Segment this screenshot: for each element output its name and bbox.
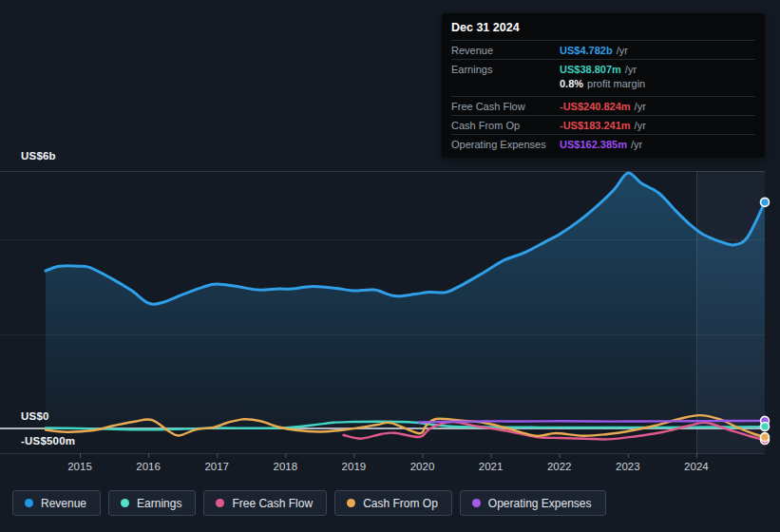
- x-axis-label-2016: 2016: [136, 461, 161, 472]
- x-axis-label-2022: 2022: [547, 461, 572, 472]
- profit-margin-label: profit margin: [587, 78, 645, 93]
- legend-item-operating-expenses[interactable]: Operating Expenses: [460, 490, 606, 516]
- legend-label-operating-expenses: Operating Expenses: [488, 497, 592, 510]
- x-axis-label-2018: 2018: [274, 461, 298, 472]
- tooltip-label-operating-expenses: Operating Expenses: [451, 139, 560, 150]
- earnings-endpoint-marker: [761, 423, 770, 431]
- tooltip-suffix-free-cash-flow: /yr: [635, 101, 646, 112]
- tooltip-value-cash-from-op: -US$183.241m: [560, 120, 631, 131]
- x-axis-label-2024: 2024: [684, 461, 709, 472]
- profit-margin-value: 0.8%: [560, 78, 583, 93]
- x-axis-label-2015: 2015: [67, 461, 92, 472]
- x-axis-label-2023: 2023: [616, 461, 640, 472]
- financials-chart-panel: US$6bUS$0-US$500m 2015201620172018201920…: [0, 0, 780, 532]
- y-axis-label-us0: US$0: [21, 410, 49, 422]
- tooltip-date: Dec 31 2024: [451, 14, 755, 41]
- tooltip-value-revenue: US$4.782b: [560, 45, 613, 56]
- legend-item-earnings[interactable]: Earnings: [108, 490, 196, 516]
- y-axis-label--us500m: -US$500m: [21, 435, 75, 446]
- legend-label-revenue: Revenue: [41, 497, 86, 510]
- revenue-endpoint-marker: [761, 198, 770, 206]
- tooltip-row-earnings: EarningsUS$38.807m/yr: [451, 59, 755, 78]
- legend-label-earnings: Earnings: [137, 497, 181, 510]
- tooltip-row-cash-from-op: Cash From Op-US$183.241m/yr: [451, 115, 755, 134]
- tooltip-label-free-cash-flow: Free Cash Flow: [451, 101, 560, 112]
- tooltip-suffix-revenue: /yr: [617, 45, 628, 56]
- tooltip-suffix-operating-expenses: /yr: [631, 139, 642, 150]
- tooltip-row-free-cash-flow: Free Cash Flow-US$240.824m/yr: [451, 96, 755, 115]
- y-axis-label-us6b: US$6b: [21, 150, 56, 162]
- revenue-legend-dot-icon: [25, 499, 33, 507]
- revenue-area: [46, 173, 765, 428]
- tooltip-value-earnings: US$38.807m: [560, 64, 621, 75]
- tooltip-profit-margin-row: 0.8%profit margin: [451, 78, 755, 96]
- tooltip-value-free-cash-flow: -US$240.824m: [560, 101, 631, 112]
- chart-tooltip: Dec 31 2024 RevenueUS$4.782b/yrEarningsU…: [442, 13, 765, 158]
- cash-from-op-legend-dot-icon: [347, 499, 355, 507]
- tooltip-suffix-cash-from-op: /yr: [635, 120, 646, 131]
- legend-item-free-cash-flow[interactable]: Free Cash Flow: [203, 490, 327, 516]
- earnings-legend-dot-icon: [121, 499, 129, 507]
- tooltip-row-revenue: RevenueUS$4.782b/yr: [451, 41, 755, 59]
- free-cash-flow-legend-dot-icon: [216, 499, 224, 507]
- tooltip-label-cash-from-op: Cash From Op: [451, 120, 560, 131]
- x-axis-label-2019: 2019: [342, 461, 367, 472]
- tooltip-value-operating-expenses: US$162.385m: [560, 139, 627, 150]
- legend-label-cash-from-op: Cash From Op: [363, 497, 438, 510]
- tooltip-label-revenue: Revenue: [451, 45, 560, 56]
- operating-expenses-legend-dot-icon: [472, 499, 481, 507]
- x-axis-label-2021: 2021: [479, 461, 504, 472]
- legend-item-cash-from-op[interactable]: Cash From Op: [334, 490, 452, 516]
- x-axis-label-2017: 2017: [204, 461, 229, 472]
- cash-from-op-endpoint-marker: [761, 433, 770, 442]
- operating-expenses-line: [419, 421, 765, 423]
- legend-label-free-cash-flow: Free Cash Flow: [232, 497, 313, 510]
- legend-item-revenue[interactable]: Revenue: [12, 490, 101, 516]
- tooltip-suffix-earnings: /yr: [625, 64, 637, 75]
- x-axis-label-2020: 2020: [410, 461, 435, 472]
- tooltip-label-earnings: Earnings: [451, 64, 560, 75]
- tooltip-row-operating-expenses: Operating ExpensesUS$162.385m/yr: [451, 134, 755, 153]
- chart-legend: RevenueEarningsFree Cash FlowCash From O…: [12, 490, 606, 516]
- tooltip-rows: RevenueUS$4.782b/yrEarningsUS$38.807m/yr…: [451, 41, 755, 153]
